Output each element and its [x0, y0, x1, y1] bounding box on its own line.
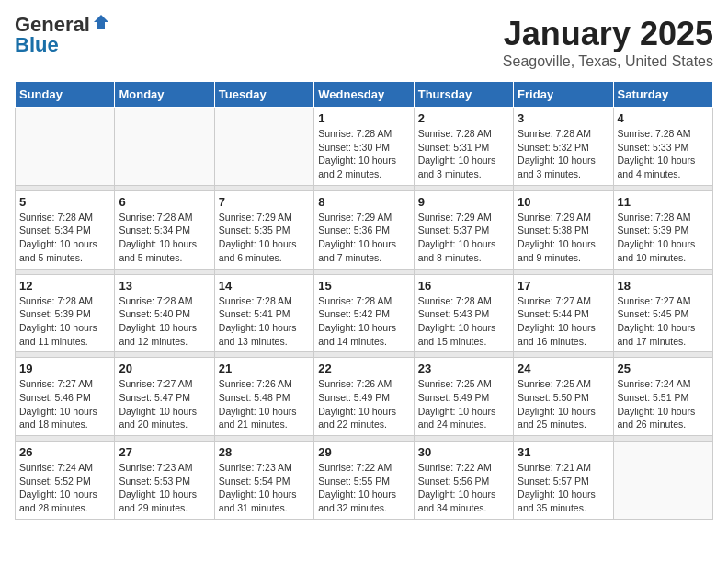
- day-info: Sunrise: 7:29 AM Sunset: 5:35 PM Dayligh…: [219, 211, 310, 265]
- day-cell: 5Sunrise: 7:28 AM Sunset: 5:34 PM Daylig…: [16, 190, 115, 269]
- day-cell: 4Sunrise: 7:28 AM Sunset: 5:33 PM Daylig…: [613, 108, 712, 186]
- day-number: 21: [219, 362, 310, 375]
- day-info: Sunrise: 7:23 AM Sunset: 5:53 PM Dayligh…: [119, 461, 210, 515]
- day-cell: 1Sunrise: 7:28 AM Sunset: 5:30 PM Daylig…: [314, 108, 414, 186]
- day-cell: 15Sunrise: 7:28 AM Sunset: 5:42 PM Dayli…: [314, 274, 414, 352]
- day-info: Sunrise: 7:22 AM Sunset: 5:55 PM Dayligh…: [318, 461, 409, 515]
- day-info: Sunrise: 7:28 AM Sunset: 5:30 PM Dayligh…: [318, 127, 409, 181]
- day-cell: 12Sunrise: 7:28 AM Sunset: 5:39 PM Dayli…: [16, 274, 115, 352]
- day-cell: 14Sunrise: 7:28 AM Sunset: 5:41 PM Dayli…: [214, 274, 313, 352]
- day-cell: 3Sunrise: 7:28 AM Sunset: 5:32 PM Daylig…: [514, 108, 613, 186]
- day-cell: [16, 108, 115, 186]
- day-cell: 26Sunrise: 7:24 AM Sunset: 5:52 PM Dayli…: [16, 442, 115, 520]
- day-number: 7: [219, 195, 310, 209]
- day-cell: 25Sunrise: 7:24 AM Sunset: 5:51 PM Dayli…: [613, 358, 712, 436]
- logo: General Blue: [15, 15, 110, 55]
- day-cell: 16Sunrise: 7:28 AM Sunset: 5:43 PM Dayli…: [414, 274, 513, 352]
- col-header-friday: Friday: [514, 82, 613, 108]
- day-info: Sunrise: 7:27 AM Sunset: 5:44 PM Dayligh…: [518, 294, 609, 349]
- day-cell: 13Sunrise: 7:28 AM Sunset: 5:40 PM Dayli…: [115, 274, 214, 352]
- day-number: 3: [518, 111, 609, 125]
- day-number: 22: [318, 362, 409, 375]
- col-header-wednesday: Wednesday: [314, 82, 414, 108]
- day-info: Sunrise: 7:28 AM Sunset: 5:43 PM Dayligh…: [418, 294, 509, 349]
- day-info: Sunrise: 7:28 AM Sunset: 5:39 PM Dayligh…: [618, 211, 709, 265]
- day-number: 2: [418, 111, 509, 125]
- day-cell: 28Sunrise: 7:23 AM Sunset: 5:54 PM Dayli…: [214, 442, 313, 520]
- col-header-monday: Monday: [115, 82, 214, 108]
- day-cell: 22Sunrise: 7:26 AM Sunset: 5:49 PM Dayli…: [314, 358, 414, 436]
- day-cell: 19Sunrise: 7:27 AM Sunset: 5:46 PM Dayli…: [16, 358, 115, 436]
- day-cell: [613, 442, 712, 520]
- day-number: 1: [318, 111, 409, 125]
- day-info: Sunrise: 7:27 AM Sunset: 5:45 PM Dayligh…: [618, 294, 709, 349]
- day-number: 25: [618, 362, 709, 375]
- col-header-saturday: Saturday: [613, 82, 712, 108]
- day-cell: 30Sunrise: 7:22 AM Sunset: 5:56 PM Dayli…: [414, 442, 513, 520]
- day-cell: 31Sunrise: 7:21 AM Sunset: 5:57 PM Dayli…: [514, 442, 613, 520]
- day-number: 29: [318, 445, 409, 459]
- title-block: January 2025 Seagoville, Texas, United S…: [503, 15, 713, 70]
- day-number: 14: [219, 279, 310, 293]
- day-cell: 27Sunrise: 7:23 AM Sunset: 5:53 PM Dayli…: [115, 442, 214, 520]
- day-info: Sunrise: 7:25 AM Sunset: 5:50 PM Dayligh…: [518, 377, 609, 431]
- day-info: Sunrise: 7:28 AM Sunset: 5:42 PM Dayligh…: [318, 294, 409, 349]
- page-header: General Blue January 2025 Seagoville, Te…: [15, 15, 713, 70]
- day-number: 23: [418, 362, 509, 375]
- day-info: Sunrise: 7:27 AM Sunset: 5:46 PM Dayligh…: [19, 377, 110, 431]
- week-row-5: 26Sunrise: 7:24 AM Sunset: 5:52 PM Dayli…: [16, 442, 713, 520]
- day-number: 8: [318, 195, 409, 209]
- col-header-tuesday: Tuesday: [214, 82, 313, 108]
- day-cell: 17Sunrise: 7:27 AM Sunset: 5:44 PM Dayli…: [514, 274, 613, 352]
- day-info: Sunrise: 7:28 AM Sunset: 5:34 PM Dayligh…: [19, 211, 110, 265]
- day-number: 27: [119, 445, 210, 459]
- day-cell: 7Sunrise: 7:29 AM Sunset: 5:35 PM Daylig…: [214, 190, 313, 269]
- day-cell: 9Sunrise: 7:29 AM Sunset: 5:37 PM Daylig…: [414, 190, 513, 269]
- day-info: Sunrise: 7:26 AM Sunset: 5:49 PM Dayligh…: [318, 377, 409, 431]
- day-info: Sunrise: 7:23 AM Sunset: 5:54 PM Dayligh…: [219, 461, 310, 515]
- day-info: Sunrise: 7:26 AM Sunset: 5:48 PM Dayligh…: [219, 377, 310, 431]
- day-number: 9: [418, 195, 509, 209]
- svg-marker-0: [94, 15, 108, 29]
- day-info: Sunrise: 7:28 AM Sunset: 5:39 PM Dayligh…: [19, 294, 110, 349]
- day-number: 11: [618, 195, 709, 209]
- day-cell: 23Sunrise: 7:25 AM Sunset: 5:49 PM Dayli…: [414, 358, 513, 436]
- day-info: Sunrise: 7:29 AM Sunset: 5:38 PM Dayligh…: [518, 211, 609, 265]
- day-number: 5: [19, 195, 110, 209]
- day-number: 16: [418, 279, 509, 293]
- logo-icon: [92, 13, 110, 31]
- day-cell: 29Sunrise: 7:22 AM Sunset: 5:55 PM Dayli…: [314, 442, 414, 520]
- day-info: Sunrise: 7:28 AM Sunset: 5:33 PM Dayligh…: [618, 127, 709, 181]
- day-cell: 2Sunrise: 7:28 AM Sunset: 5:31 PM Daylig…: [414, 108, 513, 186]
- week-row-1: 1Sunrise: 7:28 AM Sunset: 5:30 PM Daylig…: [16, 108, 713, 186]
- day-number: 20: [119, 362, 210, 375]
- day-info: Sunrise: 7:29 AM Sunset: 5:37 PM Dayligh…: [418, 211, 509, 265]
- header-row: SundayMondayTuesdayWednesdayThursdayFrid…: [16, 82, 713, 108]
- day-number: 4: [618, 111, 709, 125]
- logo-blue: Blue: [15, 33, 59, 56]
- week-row-2: 5Sunrise: 7:28 AM Sunset: 5:34 PM Daylig…: [16, 190, 713, 269]
- day-number: 17: [518, 279, 609, 293]
- day-cell: 11Sunrise: 7:28 AM Sunset: 5:39 PM Dayli…: [613, 190, 712, 269]
- day-info: Sunrise: 7:25 AM Sunset: 5:49 PM Dayligh…: [418, 377, 509, 431]
- day-number: 19: [19, 362, 110, 375]
- day-number: 24: [518, 362, 609, 375]
- day-info: Sunrise: 7:28 AM Sunset: 5:32 PM Dayligh…: [518, 127, 609, 181]
- day-cell: 10Sunrise: 7:29 AM Sunset: 5:38 PM Dayli…: [514, 190, 613, 269]
- day-info: Sunrise: 7:28 AM Sunset: 5:40 PM Dayligh…: [119, 294, 210, 349]
- day-number: 12: [19, 279, 110, 293]
- day-number: 26: [19, 445, 110, 459]
- day-cell: 24Sunrise: 7:25 AM Sunset: 5:50 PM Dayli…: [514, 358, 613, 436]
- day-number: 28: [219, 445, 310, 459]
- day-cell: [214, 108, 313, 186]
- calendar-table: SundayMondayTuesdayWednesdayThursdayFrid…: [15, 81, 713, 520]
- day-number: 6: [119, 195, 210, 209]
- day-info: Sunrise: 7:28 AM Sunset: 5:31 PM Dayligh…: [418, 127, 509, 181]
- day-cell: [115, 108, 214, 186]
- day-cell: 8Sunrise: 7:29 AM Sunset: 5:36 PM Daylig…: [314, 190, 414, 269]
- day-info: Sunrise: 7:28 AM Sunset: 5:34 PM Dayligh…: [119, 211, 210, 265]
- day-number: 10: [518, 195, 609, 209]
- day-cell: 6Sunrise: 7:28 AM Sunset: 5:34 PM Daylig…: [115, 190, 214, 269]
- day-number: 15: [318, 279, 409, 293]
- day-number: 18: [618, 279, 709, 293]
